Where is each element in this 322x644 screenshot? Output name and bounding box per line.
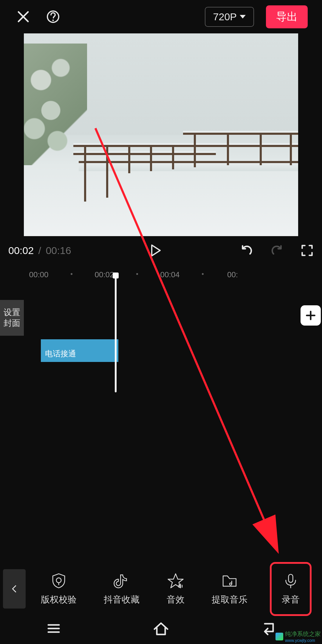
time-ruler[interactable]: 00:00 00:02 00:04 00: bbox=[0, 267, 322, 282]
ruler-dot bbox=[136, 273, 138, 275]
tool-extract-music[interactable]: 提取音乐 bbox=[210, 570, 249, 608]
help-icon[interactable] bbox=[44, 8, 62, 26]
svg-point-3 bbox=[230, 583, 232, 585]
clip-thumbnail bbox=[41, 300, 75, 336]
add-clip-button[interactable] bbox=[301, 305, 321, 326]
set-cover-label: 设置 封面 bbox=[4, 307, 20, 329]
tool-label: 抖音收藏 bbox=[104, 594, 140, 606]
playback-time: 00:02 / 00:16 bbox=[8, 245, 71, 256]
watermark-url: www.ycwjty.com bbox=[285, 638, 321, 643]
play-button[interactable] bbox=[148, 243, 162, 258]
svg-point-2 bbox=[56, 578, 61, 583]
export-label: 导出 bbox=[276, 10, 298, 23]
export-button[interactable]: 导出 bbox=[266, 5, 308, 28]
ruler-dot bbox=[71, 273, 72, 275]
back-button[interactable] bbox=[259, 619, 278, 639]
tool-label: 提取音乐 bbox=[212, 594, 247, 606]
tool-douyin-fav[interactable]: 抖音收藏 bbox=[103, 570, 141, 608]
tool-label: 录音 bbox=[282, 594, 300, 606]
toolbar-back-button[interactable] bbox=[3, 569, 26, 609]
tool-label: 版权校验 bbox=[41, 594, 77, 606]
set-cover-button[interactable]: 设置 封面 bbox=[0, 300, 24, 336]
tool-label: 音效 bbox=[167, 594, 185, 606]
resolution-dropdown[interactable]: 720P bbox=[205, 7, 254, 27]
resolution-label: 720P bbox=[213, 11, 237, 23]
home-button[interactable] bbox=[151, 619, 171, 639]
redo-button[interactable] bbox=[270, 244, 284, 257]
video-preview[interactable] bbox=[24, 33, 298, 236]
svg-point-1 bbox=[52, 20, 54, 21]
ruler-tick: 00:02 bbox=[95, 270, 114, 279]
watermark-title: 纯净系统之家 bbox=[285, 631, 321, 637]
watermark: 纯净系统之家 www.ycwjty.com bbox=[275, 630, 321, 643]
audio-clip-label: 电话接通 bbox=[45, 349, 76, 359]
tool-record[interactable]: 录音 bbox=[273, 566, 308, 612]
clip-thumbnail bbox=[214, 300, 248, 336]
tool-sound-fx[interactable]: 音效 bbox=[165, 570, 186, 608]
audio-toolbar: 版权校验 抖音收藏 音效 提取音乐 录音 bbox=[0, 564, 322, 614]
clip-thumbnail bbox=[75, 300, 110, 336]
current-time: 00:02 bbox=[8, 245, 34, 256]
editor-header: 720P 导出 bbox=[0, 0, 322, 33]
watermark-logo-icon bbox=[275, 633, 283, 640]
tool-copyright[interactable]: 版权校验 bbox=[40, 570, 78, 608]
ruler-dot bbox=[202, 273, 204, 275]
preview-frame bbox=[24, 33, 298, 236]
playback-bar: 00:02 / 00:16 bbox=[0, 236, 322, 265]
fullscreen-button[interactable] bbox=[301, 244, 314, 257]
timeline[interactable]: 设置 封面 电话接通 bbox=[0, 282, 322, 395]
svg-rect-4 bbox=[288, 574, 293, 582]
clip-thumbnail bbox=[145, 300, 179, 336]
total-time: 00:16 bbox=[46, 245, 71, 256]
ruler-tick: 00: bbox=[227, 270, 238, 279]
playhead[interactable] bbox=[115, 276, 117, 392]
close-icon[interactable] bbox=[14, 8, 32, 26]
time-separator: / bbox=[38, 245, 41, 256]
system-nav-bar bbox=[0, 614, 322, 644]
recents-button[interactable] bbox=[44, 619, 63, 639]
video-track[interactable] bbox=[41, 300, 322, 336]
clip-thumbnail bbox=[179, 300, 214, 336]
chevron-down-icon bbox=[240, 15, 246, 18]
ruler-tick: 00:00 bbox=[29, 270, 48, 279]
audio-clip[interactable]: 电话接通 bbox=[41, 339, 118, 362]
ruler-tick: 00:04 bbox=[160, 270, 179, 279]
undo-button[interactable] bbox=[240, 244, 253, 257]
